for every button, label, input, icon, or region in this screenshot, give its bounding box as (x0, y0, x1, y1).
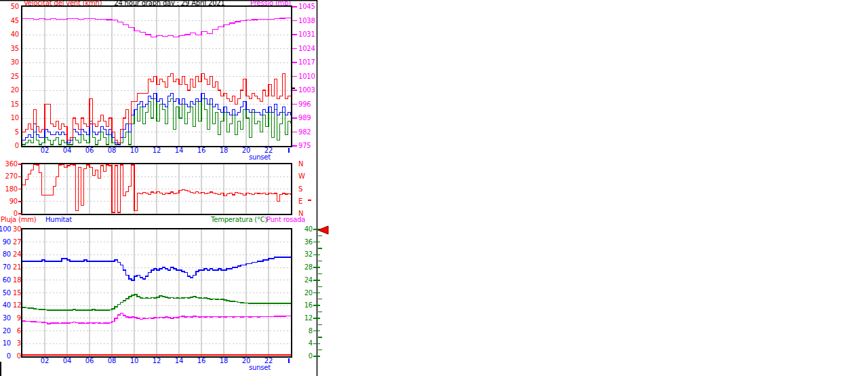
humidity-tick-label: 10 (0, 340, 11, 347)
temperature-tick-label: 40 (301, 226, 313, 233)
wind-speed-tick-label: 45 (0, 18, 19, 24)
humidity-tick-label: 30 (0, 315, 11, 322)
rain-tick-label: 21 (13, 264, 21, 271)
humidity-tick-label: 0 (0, 353, 11, 360)
legend-humidity: Humitat (45, 216, 72, 223)
humidity-tick-label: 100 (0, 226, 11, 233)
sunset-marker-label-top: sunset (245, 154, 275, 161)
temp-scale-arrow-marker (318, 226, 328, 234)
wind-pressure-plot (21, 5, 292, 147)
humidity-tick-label: 50 (0, 290, 11, 297)
humidity-tick-label: 90 (0, 239, 11, 246)
wind-speed-tick-label: 15 (0, 101, 19, 108)
hour-tick-label: 02 (38, 358, 52, 364)
rain-tick-label: 12 (13, 302, 21, 309)
humidity-tick-label: 80 (0, 251, 11, 258)
hour-tick-label: 22 (262, 358, 275, 364)
compass-tick-label: N (298, 210, 307, 217)
rain-tick-label: 15 (13, 290, 21, 297)
wind-speed-tick-label: 5 (0, 129, 19, 136)
weather-graph-window: Velocitat del vent (kmh) 24 hour graph d… (0, 0, 868, 376)
pressure-tick-label: 1003 (298, 87, 321, 94)
legend-temperature: Temperatura (°C) (211, 216, 267, 223)
hour-tick-label: 02 (38, 147, 52, 154)
wind-direction-plot (21, 163, 292, 215)
hour-tick-label: 14 (172, 147, 186, 154)
hour-tick-label: 08 (105, 358, 119, 364)
humidity-tick-label: 20 (0, 328, 11, 335)
rain-tick-label: 27 (13, 239, 21, 246)
wind-speed-tick-label: 10 (0, 115, 19, 121)
rain-humidity-temperature-plot (21, 228, 292, 358)
rain-tick-label: 9 (13, 315, 21, 322)
hour-tick-label: 12 (150, 358, 163, 364)
compass-tick-label: W (298, 173, 307, 180)
wind-speed-tick-label: 20 (0, 87, 19, 94)
humidity-tick-label: 40 (0, 302, 11, 309)
axis-end-tick-bottom (288, 358, 290, 363)
hour-tick-label: 06 (83, 358, 96, 364)
hour-tick-label: 14 (172, 358, 186, 364)
hour-tick-label: 06 (83, 147, 96, 154)
temperature-tick-label: 12 (301, 315, 313, 322)
hour-tick-label: 12 (150, 147, 163, 154)
pressure-tick-label: 1010 (298, 73, 321, 80)
rain-tick-label: 6 (13, 328, 21, 335)
pressure-tick-label: 1017 (298, 59, 321, 66)
hour-tick-label: 10 (127, 358, 141, 364)
hour-tick-label: 08 (105, 147, 119, 154)
temperature-tick-label: 28 (301, 264, 313, 271)
temperature-tick-label: 36 (301, 239, 313, 246)
compass-tick-label: S (298, 186, 307, 193)
hour-tick-label: 18 (217, 358, 231, 364)
temperature-tick-label: 4 (301, 340, 313, 347)
temperature-tick-label: 20 (301, 290, 313, 297)
temperature-tick-label: 8 (301, 328, 313, 335)
pressure-tick-label: 996 (298, 101, 321, 108)
wind-direction-tick-label: 270 (0, 173, 18, 180)
pressure-tick-label: 975 (298, 143, 321, 149)
wind-speed-tick-label: 35 (0, 45, 19, 52)
compass-tick-label: E (298, 198, 307, 205)
wind-direction-tick-label: 90 (0, 198, 18, 205)
rain-tick-label: 24 (13, 251, 21, 258)
temperature-tick-label: 24 (301, 277, 313, 284)
temperature-tick-label: 32 (301, 251, 313, 258)
hour-tick-label: 20 (239, 358, 253, 364)
axis-end-tick-top (288, 148, 290, 153)
temperature-tick-label: 16 (301, 302, 313, 309)
pressure-tick-label: 1038 (298, 18, 321, 24)
wind-speed-tick-label: 50 (0, 3, 19, 10)
compass-minor-tick (308, 200, 311, 201)
hour-tick-label: 16 (195, 147, 208, 154)
humidity-tick-label: 60 (0, 277, 11, 284)
wind-speed-tick-label: 30 (0, 59, 19, 66)
hour-tick-label: 10 (127, 147, 141, 154)
hour-tick-label: 04 (60, 358, 74, 364)
pressure-tick-label: 1031 (298, 31, 321, 38)
rain-tick-label: 3 (13, 340, 21, 347)
pressure-tick-label: 1024 (298, 45, 321, 52)
hour-tick-label: 20 (239, 147, 253, 154)
sunset-marker-label-bottom: sunset (245, 364, 275, 371)
rain-tick-label: 18 (13, 277, 21, 284)
wind-direction-tick-label: 360 (0, 161, 18, 168)
pressure-tick-label: 982 (298, 129, 321, 136)
hour-tick-label: 18 (217, 147, 231, 154)
wind-speed-tick-label: 0 (0, 143, 19, 149)
pressure-tick-label: 1045 (298, 3, 321, 10)
rain-tick-label: 0 (13, 353, 21, 360)
temperature-tick-label: 0 (301, 353, 313, 360)
humidity-tick-label: 70 (0, 264, 11, 271)
rain-tick-label: 30 (13, 226, 21, 233)
hour-tick-label: 04 (60, 147, 74, 154)
compass-tick-label: N (298, 161, 307, 168)
wind-speed-tick-label: 40 (0, 31, 19, 38)
wind-speed-tick-label: 25 (0, 73, 19, 80)
hour-tick-label: 22 (262, 147, 275, 154)
hour-tick-label: 16 (195, 358, 208, 364)
wind-direction-tick-label: 180 (0, 186, 18, 193)
wind-direction-tick-label: 0 (0, 210, 18, 217)
pressure-tick-label: 989 (298, 115, 321, 121)
